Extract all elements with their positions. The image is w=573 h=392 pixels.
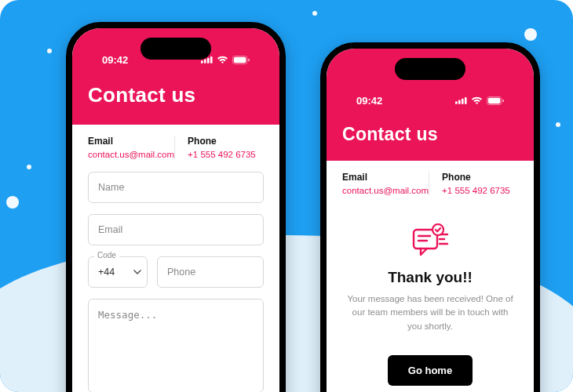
info-phone: Phone +1 555 492 6735 [174, 136, 264, 159]
svg-rect-1 [204, 60, 206, 64]
info-email: Email contact.us@mail.com [88, 136, 174, 159]
dot [312, 11, 317, 16]
go-home-button[interactable]: Go home [388, 355, 473, 386]
status-time: 09:42 [356, 95, 382, 107]
svg-rect-2 [207, 58, 210, 64]
dot [47, 49, 52, 53]
info-phone-value: +1 555 492 6735 [188, 150, 264, 159]
success-body: Your message has been received! One of o… [344, 292, 516, 333]
svg-rect-5 [234, 56, 246, 62]
country-code-value[interactable] [88, 256, 148, 288]
status-icons [455, 96, 504, 105]
contact-info: Email contact.us@mail.com Phone +1 555 4… [72, 125, 279, 167]
info-phone-label: Phone [442, 172, 518, 183]
country-code-label: Code [94, 251, 119, 260]
name-input[interactable] [88, 172, 264, 203]
wifi-icon [217, 56, 228, 64]
contact-info: Email contact.us@mail.com Phone +1 555 4… [327, 161, 534, 203]
svg-rect-9 [462, 99, 464, 104]
page-title: Contact us [342, 124, 518, 145]
info-email-label: Email [88, 136, 174, 147]
success-panel: Thank you!! Your message has been receiv… [327, 203, 534, 386]
contact-form: Code [72, 167, 279, 392]
message-textarea[interactable] [88, 299, 264, 392]
battery-icon [487, 96, 504, 105]
dynamic-island [395, 58, 465, 80]
dot [556, 122, 560, 127]
message-sent-icon [344, 223, 516, 263]
svg-rect-7 [455, 101, 458, 104]
wifi-icon [471, 96, 483, 105]
svg-rect-0 [201, 60, 203, 64]
info-email: Email contact.us@mail.com [342, 172, 429, 195]
info-email-label: Email [342, 172, 429, 183]
svg-rect-6 [248, 58, 250, 61]
svg-rect-13 [502, 99, 504, 102]
cellular-icon [455, 96, 467, 104]
country-code-select[interactable]: Code [88, 256, 148, 288]
battery-icon [232, 56, 250, 64]
phone-input[interactable] [157, 256, 264, 288]
email-input[interactable] [88, 214, 264, 245]
status-bar: 09:42 [342, 77, 518, 113]
svg-rect-12 [488, 97, 501, 103]
svg-rect-3 [210, 56, 213, 64]
dot [27, 165, 31, 169]
showcase-stage: 09:42 Contact us Email contact.us@mail.c… [0, 0, 573, 392]
phone-contact-success: 09:42 Contact us Email contact.us@mail.c… [320, 42, 540, 392]
page-title: Contact us [88, 83, 264, 107]
info-phone-value: +1 555 492 6735 [442, 186, 518, 195]
info-phone: Phone +1 555 492 6735 [429, 172, 518, 195]
info-email-value: contact.us@mail.com [342, 186, 429, 195]
svg-rect-10 [465, 97, 467, 104]
phone-contact-form: 09:42 Contact us Email contact.us@mail.c… [66, 22, 286, 392]
dot [524, 28, 537, 41]
info-email-value: contact.us@mail.com [88, 150, 174, 159]
status-icons [201, 56, 250, 64]
success-title: Thank you!! [344, 269, 516, 286]
info-phone-label: Phone [188, 136, 264, 147]
dot [6, 196, 19, 209]
dynamic-island [141, 38, 211, 60]
svg-rect-8 [458, 100, 461, 104]
status-time: 09:42 [102, 54, 128, 66]
